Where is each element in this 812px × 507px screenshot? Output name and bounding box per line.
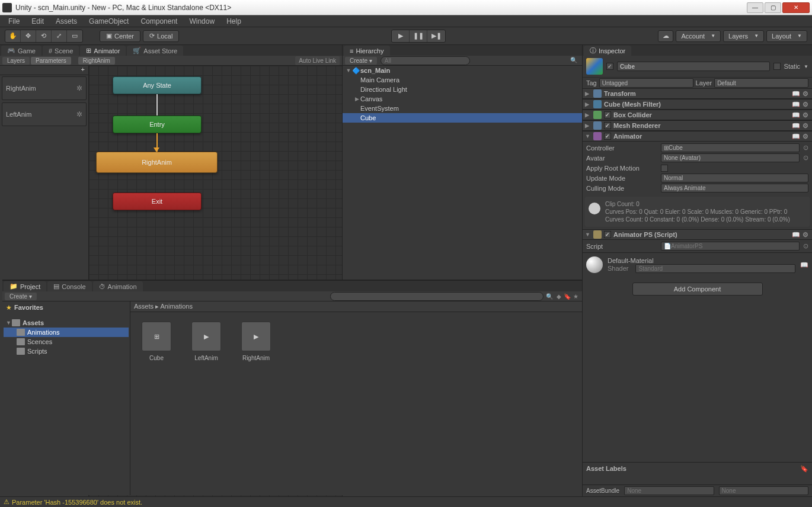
gameobject-name-field[interactable] [617,62,770,71]
menu-component[interactable]: Component [135,16,183,27]
tab-console[interactable]: ▤ Console [47,281,91,291]
filter-icon[interactable]: 🔖 [564,293,571,300]
layers-dropdown[interactable]: Layers▼ [723,30,764,42]
component-enabled-checkbox[interactable]: ✓ [604,231,611,238]
add-component-button[interactable]: Add Component [632,283,763,296]
menu-window[interactable]: Window [183,16,220,27]
tag-dropdown[interactable]: Untagged [599,78,693,88]
project-create[interactable]: Create ▾ [5,293,37,300]
gear-icon[interactable]: ⚙ [801,230,810,239]
component-enabled-checkbox[interactable]: ✓ [604,122,611,129]
folder-scripts[interactable]: Scripts [4,346,129,356]
tab-inspector[interactable]: ⓘ Inspector [584,46,631,56]
folder-scences[interactable]: Scences [4,337,129,346]
tab-animation[interactable]: ⏱ Animation [93,281,143,291]
menu-edit[interactable]: Edit [25,16,50,27]
component-meshrenderer[interactable]: ▶✓Mesh Renderer📖⚙ [583,120,812,131]
apply-root-motion-checkbox[interactable] [661,165,668,172]
menu-assets[interactable]: Assets [50,16,83,27]
pivot-local-toggle[interactable]: ⟳ Local [143,30,179,42]
component-enabled-checkbox[interactable]: ✓ [604,133,611,140]
component-transform[interactable]: ▶Transform📖⚙ [583,88,812,99]
add-parameter-button[interactable]: + [0,66,88,75]
tab-assetstore[interactable]: 🛒 Asset Store [127,46,183,56]
asset-leftanim[interactable]: ▶LeftAnim [190,322,223,361]
tag-icon[interactable]: 🔖 [800,465,808,473]
component-animator[interactable]: ▼✓Animator📖⚙ [583,131,812,142]
layout-dropdown[interactable]: Layout▼ [766,30,807,42]
subtab-parameters[interactable]: Parameters [31,57,71,65]
pivot-center-toggle[interactable]: ▣ Center [100,30,140,42]
help-icon[interactable]: 📖 [792,121,800,130]
component-animatorps[interactable]: ▼✓Animator PS (Script)📖⚙ [583,229,812,240]
close-button[interactable]: ✕ [782,2,810,13]
breadcrumb-base[interactable]: RightAnim [78,57,115,65]
auto-live-link[interactable]: Auto Live Link [295,56,340,65]
component-boxcollider[interactable]: ▶✓Box Collider📖⚙ [583,110,812,120]
tab-project[interactable]: 📁 Project [4,281,46,291]
active-checkbox[interactable]: ✓ [606,63,613,70]
shader-dropdown[interactable]: Standard [635,264,795,273]
hierarchy-item[interactable]: Directional Light [343,85,582,94]
param-leftanim[interactable]: LeftAnim✲ [2,102,87,126]
help-icon[interactable]: 📖 [792,230,800,239]
component-enabled-checkbox[interactable]: ✓ [604,111,611,118]
node-exit[interactable]: Exit [113,192,202,210]
hierarchy-search[interactable] [381,56,470,65]
hierarchy-item-selected[interactable]: Cube [343,113,582,123]
minimize-button[interactable]: — [747,2,763,13]
script-field[interactable]: 📄 AnimatorPS [661,242,800,251]
project-breadcrumb[interactable]: Assets ▸ Animations [130,301,582,312]
hierarchy-create[interactable]: Create ▾ [345,57,377,65]
move-tool[interactable]: ✥ [21,30,36,42]
hierarchy-item[interactable]: Main Camera [343,75,582,85]
folder-animations[interactable]: Animations [4,328,129,337]
subtab-layers[interactable]: Layers [2,57,30,65]
help-icon[interactable]: 📖 [792,132,800,140]
menu-help[interactable]: Help [220,16,247,27]
tab-hierarchy[interactable]: ≡ Hierarchy [344,46,390,56]
update-mode-dropdown[interactable]: Normal [661,174,808,182]
pause-button[interactable]: ❚❚ [410,30,427,42]
filter-icon[interactable]: ◆ [557,293,561,300]
culling-mode-dropdown[interactable]: Always Animate [661,184,808,192]
node-rightanim[interactable]: RightAnim [96,152,218,173]
gear-icon[interactable]: ⚙ [801,89,810,98]
controller-field[interactable]: ⊞ Cube [661,143,800,152]
gear-icon[interactable]: ⚙ [801,100,810,108]
tab-game[interactable]: 🎮 Game [1,46,41,56]
rotate-tool[interactable]: ⟲ [36,30,52,42]
asset-rightanim[interactable]: ▶RightAnim [239,322,273,361]
gear-icon[interactable]: ✲ [76,84,82,92]
help-icon[interactable]: 📖 [792,111,800,119]
gear-icon[interactable]: ⚙ [801,121,810,130]
assetbundle-dropdown[interactable]: None [624,486,714,495]
hierarchy-item[interactable]: EventSystem [343,104,582,113]
avatar-field[interactable]: None (Avatar) [661,153,800,162]
maximize-button[interactable]: ▢ [765,2,781,13]
favorites-header[interactable]: ★Favorites [4,303,129,312]
account-dropdown[interactable]: Account▼ [676,30,721,42]
tab-scene[interactable]: # Scene [43,46,79,56]
node-anystate[interactable]: Any State [113,76,202,94]
param-rightanim[interactable]: RightAnim✲ [2,76,87,100]
help-icon[interactable]: 📖 [792,89,800,98]
hand-tool[interactable]: ✋ [5,30,21,42]
node-entry[interactable]: Entry [113,115,202,133]
step-button[interactable]: ▶❚ [427,30,445,42]
filter-icon[interactable]: ★ [573,293,578,300]
cloud-button[interactable]: ☁ [658,30,673,42]
rect-tool[interactable]: ▭ [67,30,82,42]
layer-dropdown[interactable]: Default [714,78,808,88]
menu-gameobject[interactable]: GameObject [83,16,135,27]
gear-icon[interactable]: ⚙ [801,111,810,119]
assets-folder[interactable]: ▼Assets [4,318,129,328]
hierarchy-item-scene[interactable]: ▼🔷 scn_Main [343,66,582,75]
material-preview[interactable]: Default-Material ShaderStandard 📖 [583,252,812,277]
menu-file[interactable]: File [2,16,25,27]
gear-icon[interactable]: ⚙ [801,132,810,140]
help-icon[interactable]: 📖 [792,100,800,108]
gear-icon[interactable]: ✲ [76,110,82,118]
component-meshfilter[interactable]: ▶Cube (Mesh Filter)📖⚙ [583,99,812,110]
asset-cube[interactable]: ⊞Cube [140,322,173,361]
